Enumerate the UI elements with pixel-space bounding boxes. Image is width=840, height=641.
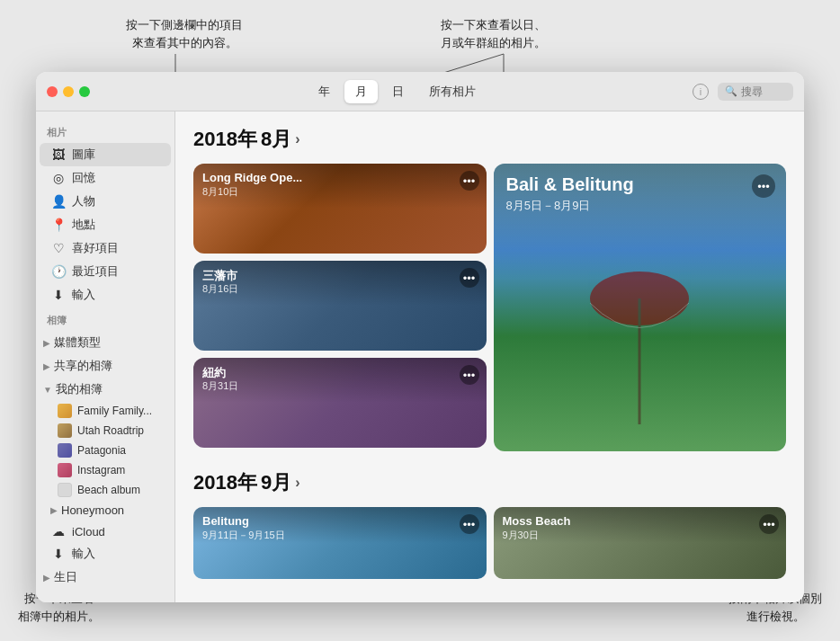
more-button[interactable]: ••• — [460, 171, 479, 191]
more-button[interactable]: ••• — [460, 514, 479, 534]
photo-card-bali[interactable]: Bali & Belitung 8月5日－8月9日 ••• — [494, 164, 787, 451]
annotation-top-left: 按一下側邊欄中的項目 來查看其中的內容。 — [126, 16, 243, 51]
more-button[interactable]: ••• — [460, 268, 479, 288]
chevron-right-icon: › — [295, 131, 299, 147]
titlebar: 年 月 日 所有相片 i 🔍 — [36, 72, 804, 111]
august-left-col: Long Ridge Ope... 8月10日 ••• 三藩市 8月16日 ••… — [193, 164, 487, 451]
month-header-august[interactable]: 2018年8月 › — [193, 126, 786, 153]
group-honeymoon[interactable]: ▶ Honeymoon — [36, 500, 174, 521]
memories-icon: ◎ — [50, 171, 67, 185]
close-button[interactable] — [47, 86, 58, 97]
sidebar-item-import[interactable]: ⬇ 輸入 — [40, 283, 171, 307]
month-section-september: 2018年9月 › Belitung 9月11日－9月15日 ••• Moss … — [193, 469, 786, 579]
toolbar-right: i 🔍 — [693, 83, 793, 101]
annotation-top-right: 按一下來查看以日、 月或年群組的相片。 — [441, 16, 546, 51]
import2-icon: ⬇ — [50, 547, 67, 561]
card-subtitle: 8月31日 — [202, 379, 238, 393]
svg-line-1 — [441, 54, 504, 74]
card-subtitle: 8月10日 — [202, 185, 238, 199]
chevron-right-icon: ▶ — [43, 338, 50, 348]
sidebar-item-places[interactable]: 📍 地點 — [40, 213, 171, 236]
album-icon — [58, 463, 72, 477]
photo-card-sanfran[interactable]: 三藩市 8月16日 ••• — [193, 261, 487, 351]
photo-card-moss-beach[interactable]: Moss Beach 9月30日 ••• — [494, 507, 787, 579]
search-icon: 🔍 — [725, 85, 737, 97]
chevron-right-icon: ▶ — [50, 505, 58, 515]
month-header-september[interactable]: 2018年9月 › — [193, 469, 786, 496]
card-title: Long Ridge Ope... — [202, 171, 302, 184]
favorites-icon: ♡ — [50, 241, 67, 255]
sidebar-item-library[interactable]: 🖼 圖庫 — [40, 143, 171, 166]
search-box[interactable]: 🔍 — [718, 83, 793, 101]
album-icon — [58, 423, 72, 438]
album-icon — [58, 443, 72, 458]
group-my-albums[interactable]: ▼ 我的相簿 — [36, 378, 174, 401]
toolbar-tabs: 年 月 日 所有相片 — [101, 80, 693, 103]
card-overlay — [193, 358, 487, 448]
tab-year[interactable]: 年 — [308, 80, 341, 103]
album-icon — [58, 483, 72, 497]
card-subtitle: 9月11日－9月15日 — [202, 529, 285, 542]
album-beach-album[interactable]: Beach album — [36, 480, 174, 500]
places-icon: 📍 — [50, 218, 67, 232]
album-icon — [58, 404, 72, 418]
search-input[interactable] — [741, 85, 786, 98]
import-icon: ⬇ — [50, 288, 67, 302]
content-area[interactable]: 2018年8月 › Long Ridge Ope... 8月10日 ••• — [175, 111, 804, 602]
library-icon: 🖼 — [50, 147, 67, 162]
album-patagonia[interactable]: Patagonia — [36, 441, 174, 460]
sidebar-item-icloud[interactable]: ☁ iCloud — [40, 521, 171, 542]
info-button[interactable]: i — [693, 84, 709, 100]
tab-month[interactable]: 月 — [344, 80, 378, 103]
tab-day[interactable]: 日 — [381, 80, 415, 103]
maximize-button[interactable] — [79, 86, 90, 97]
app-window: 年 月 日 所有相片 i 🔍 相片 🖼 圖庫 ◎ 回憶 — [36, 72, 804, 602]
photos-section-label: 相片 — [36, 119, 174, 143]
chevron-right-icon: ▶ — [43, 573, 50, 583]
card-subtitle: 9月30日 — [503, 529, 539, 542]
group-shared-albums[interactable]: ▶ 共享的相簿 — [36, 354, 174, 378]
sidebar: 相片 🖼 圖庫 ◎ 回憶 👤 人物 📍 地點 ♡ 喜好項目 � — [36, 111, 175, 602]
card-subtitle: 8月16日 — [202, 282, 238, 296]
photo-card-long-ridge[interactable]: Long Ridge Ope... 8月10日 ••• — [193, 164, 487, 254]
people-icon: 👤 — [50, 194, 67, 209]
card-title: Belitung — [202, 514, 249, 528]
icloud-icon: ☁ — [50, 524, 67, 539]
card-title: Bali & Belitung — [506, 174, 634, 195]
main-content: 相片 🖼 圖庫 ◎ 回憶 👤 人物 📍 地點 ♡ 喜好項目 � — [36, 111, 804, 602]
tab-all-photos[interactable]: 所有相片 — [418, 80, 487, 103]
card-title: Moss Beach — [503, 514, 571, 528]
photo-card-belitung[interactable]: Belitung 9月11日－9月15日 ••• — [193, 507, 487, 579]
sidebar-item-memories[interactable]: ◎ 回憶 — [40, 166, 171, 190]
sidebar-item-favorites[interactable]: ♡ 喜好項目 — [40, 236, 171, 260]
album-utah-roadtrip[interactable]: Utah Roadtrip — [36, 421, 174, 441]
albums-section-label: 相簿 — [36, 307, 174, 331]
recents-icon: 🕐 — [50, 264, 67, 279]
more-button[interactable]: ••• — [460, 365, 479, 385]
more-button[interactable]: ••• — [752, 174, 775, 198]
sidebar-item-people[interactable]: 👤 人物 — [40, 190, 171, 213]
chevron-right-icon: › — [295, 475, 299, 491]
august-photo-grid: Long Ridge Ope... 8月10日 ••• 三藩市 8月16日 ••… — [193, 164, 786, 451]
month-section-august: 2018年8月 › Long Ridge Ope... 8月10日 ••• — [193, 126, 786, 451]
album-family-family[interactable]: Family Family... — [36, 401, 174, 421]
group-media-type[interactable]: ▶ 媒體類型 — [36, 331, 174, 354]
minimize-button[interactable] — [63, 86, 74, 97]
photo-card-newyork[interactable]: 紐約 8月31日 ••• — [193, 358, 487, 448]
traffic-lights — [47, 86, 90, 97]
chevron-right-icon: ▶ — [43, 361, 50, 371]
sidebar-item-recents[interactable]: 🕐 最近項目 — [40, 260, 171, 283]
chevron-down-icon: ▼ — [43, 385, 52, 395]
september-photo-grid: Belitung 9月11日－9月15日 ••• Moss Beach 9月30… — [193, 507, 786, 579]
more-button[interactable]: ••• — [759, 514, 779, 534]
sidebar-item-import2[interactable]: ⬇ 輸入 — [40, 542, 171, 565]
card-subtitle: 8月5日－8月9日 — [506, 198, 591, 214]
album-instagram[interactable]: Instagram — [36, 460, 174, 480]
group-birthday[interactable]: ▶ 生日 — [36, 565, 174, 589]
